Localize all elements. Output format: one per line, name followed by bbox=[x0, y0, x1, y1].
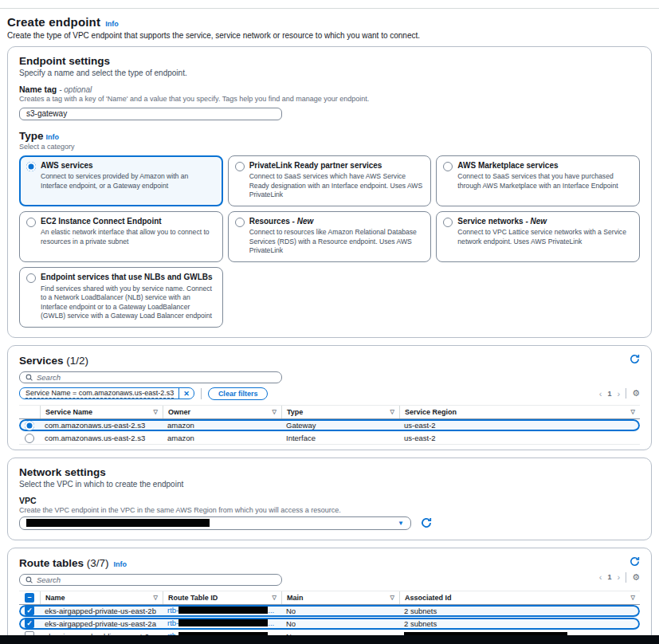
services-table-header: Service Name▽ Owner▽ Type▽ Service Regio… bbox=[19, 405, 640, 419]
col-type[interactable]: Type▽ bbox=[281, 406, 399, 418]
chevron-left-icon[interactable]: ‹ bbox=[599, 572, 602, 582]
radio-icon[interactable] bbox=[26, 162, 36, 171]
category-label: Endpoint services that use NLBs and GWLB… bbox=[41, 273, 215, 283]
route-tables-info-link[interactable]: Info bbox=[114, 560, 127, 568]
category-label: AWS services bbox=[41, 161, 215, 171]
service-row-gateway[interactable]: com.amazonaws.us-east-2.s3 amazon Gatewa… bbox=[19, 419, 640, 432]
category-label: Resources - New bbox=[249, 217, 424, 227]
category-desc: Connect to resources like Amazon Relatio… bbox=[249, 228, 424, 256]
category-ec2-instance-connect[interactable]: EC2 Instance Connect Endpoint An elastic… bbox=[19, 211, 223, 262]
route-tables-card: Route tables (3/7) Info ‹ 1 › ⚙ bbox=[7, 548, 652, 644]
services-pagination: ‹ 1 › ⚙ bbox=[599, 388, 640, 399]
col-service-region[interactable]: Service Region▽ bbox=[399, 406, 640, 418]
col-main[interactable]: Main▽ bbox=[281, 591, 399, 604]
clear-filters-button[interactable]: Clear filters bbox=[208, 387, 269, 400]
service-filter-chip[interactable]: Service Name = com.amazonaws.us-east-2.s… bbox=[19, 387, 194, 399]
redacted-id bbox=[178, 607, 268, 614]
category-marketplace[interactable]: AWS Marketplace services Connect to SaaS… bbox=[436, 155, 640, 206]
radio-icon[interactable] bbox=[235, 218, 245, 227]
col-route-table-id[interactable]: Route Table ID▽ bbox=[163, 591, 281, 604]
radio-icon[interactable] bbox=[443, 162, 453, 171]
services-search-input[interactable] bbox=[37, 373, 276, 382]
sort-icon: ▽ bbox=[154, 409, 158, 415]
page-description: Create the type of VPC endpoint that sup… bbox=[7, 31, 652, 40]
services-card: Services (1/2) Service Name = com.amazon… bbox=[7, 345, 652, 450]
category-desc: Connect to SaaS services that you have p… bbox=[457, 172, 632, 190]
gear-icon[interactable]: ⚙ bbox=[632, 573, 640, 582]
type-help: Select a category bbox=[19, 143, 640, 151]
col-owner[interactable]: Owner▽ bbox=[163, 406, 281, 418]
page-number[interactable]: 1 bbox=[607, 573, 611, 581]
name-tag-label: Name tag - optional bbox=[19, 84, 640, 94]
refresh-icon[interactable] bbox=[421, 517, 432, 528]
radio-icon[interactable] bbox=[26, 218, 36, 227]
col-associated-id[interactable]: Associated Id▽ bbox=[399, 591, 640, 604]
col-service-name[interactable]: Service Name▽ bbox=[40, 406, 163, 418]
checkbox-checked-icon[interactable] bbox=[25, 618, 34, 628]
service-row-interface[interactable]: com.amazonaws.us-east-2.s3 amazon Interf… bbox=[19, 432, 640, 445]
category-label: Service networks - New bbox=[457, 217, 632, 227]
category-grid: AWS services Connect to services provide… bbox=[19, 155, 640, 328]
redacted-bottom-bar bbox=[0, 635, 659, 644]
radio-icon[interactable] bbox=[443, 218, 453, 227]
route-table-id-link[interactable]: rtb-... bbox=[163, 618, 281, 629]
toolbar-divider bbox=[201, 388, 202, 399]
name-tag-input[interactable] bbox=[19, 108, 282, 120]
route-table-row[interactable]: eks-airgapped-private-us-east-2a rtb-...… bbox=[19, 618, 640, 630]
category-nlb-gwlb-services[interactable]: Endpoint services that use NLBs and GWLB… bbox=[19, 267, 223, 328]
type-label: Type Info bbox=[19, 130, 640, 142]
refresh-icon[interactable] bbox=[630, 354, 640, 364]
sort-icon: ▽ bbox=[390, 409, 394, 415]
services-table: Service Name▽ Owner▽ Type▽ Service Regio… bbox=[19, 405, 640, 445]
vpc-help: Create the VPC endpoint in the VPC in th… bbox=[19, 506, 640, 514]
category-privatelink-partner[interactable]: PrivateLink Ready partner services Conne… bbox=[228, 155, 432, 206]
select-all-checkbox[interactable] bbox=[25, 593, 34, 603]
endpoint-settings-subtitle: Specify a name and select the type of en… bbox=[19, 69, 640, 77]
name-tag-help: Creates a tag with a key of 'Name' and a… bbox=[19, 95, 640, 103]
radio-icon[interactable] bbox=[25, 421, 34, 430]
sort-icon: ▽ bbox=[390, 595, 394, 601]
chevron-right-icon[interactable]: › bbox=[617, 389, 620, 399]
endpoint-settings-title: Endpoint settings bbox=[19, 55, 640, 67]
route-tables-title: Route tables (3/7) bbox=[19, 557, 109, 569]
radio-icon[interactable] bbox=[25, 434, 34, 443]
refresh-icon[interactable] bbox=[630, 556, 640, 567]
services-search[interactable] bbox=[19, 371, 282, 383]
chevron-right-icon[interactable]: › bbox=[617, 572, 620, 582]
endpoint-settings-card: Endpoint settings Specify a name and sel… bbox=[7, 46, 652, 338]
category-aws-services[interactable]: AWS services Connect to services provide… bbox=[19, 155, 223, 206]
col-name[interactable]: Name▽ bbox=[40, 591, 163, 604]
route-tables-search-input[interactable] bbox=[37, 575, 276, 584]
close-icon[interactable]: ✕ bbox=[179, 390, 194, 398]
vpc-label: VPC bbox=[19, 496, 640, 505]
category-desc: Connect to SaaS services which have AWS … bbox=[249, 172, 424, 200]
redacted-vpc-value bbox=[26, 519, 210, 527]
radio-icon[interactable] bbox=[26, 273, 36, 283]
services-title: Services (1/2) bbox=[19, 355, 88, 367]
page-title: Create endpoint bbox=[7, 15, 100, 29]
chevron-down-icon: ▼ bbox=[398, 520, 404, 527]
route-tables-search[interactable] bbox=[19, 574, 282, 586]
associated-subnets-link[interactable]: 2 subnets bbox=[404, 619, 437, 628]
category-desc: Connect to VPC Lattice service networks … bbox=[457, 228, 632, 246]
chevron-left-icon[interactable]: ‹ bbox=[599, 389, 602, 399]
sort-icon: ▽ bbox=[273, 409, 277, 415]
associated-subnets-link[interactable]: 2 subnets bbox=[404, 607, 437, 615]
route-table-row[interactable]: eks-airgapped-private-us-east-2b rtb-...… bbox=[19, 605, 640, 618]
sort-icon: ▽ bbox=[631, 409, 635, 415]
vpc-select[interactable]: ▼ bbox=[19, 516, 411, 530]
route-table-id-link[interactable]: rtb-... bbox=[163, 606, 281, 616]
create-endpoint-page: Create endpoint Info Create the type of … bbox=[0, 9, 659, 644]
page-number[interactable]: 1 bbox=[607, 390, 611, 398]
category-service-networks[interactable]: Service networks - New Connect to VPC La… bbox=[436, 211, 640, 262]
category-label: EC2 Instance Connect Endpoint bbox=[41, 217, 215, 227]
redacted-id bbox=[178, 619, 268, 626]
page-info-link[interactable]: Info bbox=[105, 20, 119, 28]
category-resources[interactable]: Resources - New Connect to resources lik… bbox=[228, 211, 432, 262]
gear-icon[interactable]: ⚙ bbox=[632, 389, 640, 398]
sort-icon: ▽ bbox=[631, 595, 635, 601]
checkbox-checked-icon[interactable] bbox=[25, 606, 34, 615]
type-info-link[interactable]: Info bbox=[45, 133, 59, 141]
radio-icon[interactable] bbox=[235, 162, 245, 171]
sort-icon: ▽ bbox=[154, 595, 158, 601]
